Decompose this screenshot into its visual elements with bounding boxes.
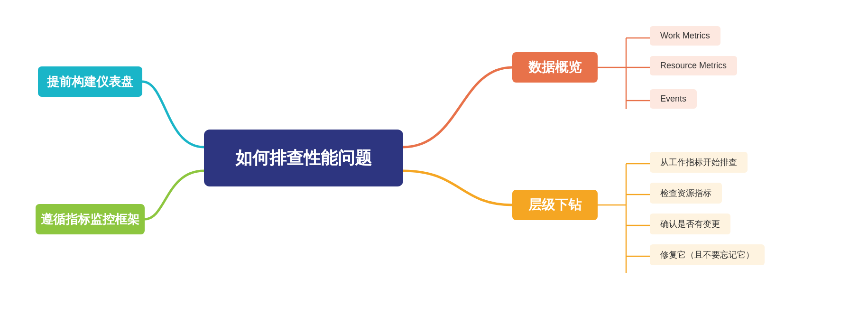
left-top-node: 提前构建仪表盘 — [38, 66, 142, 97]
leaf-check-resource: 检查资源指标 — [650, 183, 722, 204]
right-top-node: 数据概览 — [512, 52, 598, 83]
left-bottom-node: 遵循指标监控框架 — [36, 204, 145, 234]
leaf-confirm-change: 确认是否有变更 — [650, 214, 730, 234]
center-node: 如何排查性能问题 — [204, 130, 403, 186]
leaf-fix-it: 修复它（且不要忘记它） — [650, 244, 765, 265]
leaf-work-metrics: Work Metrics — [650, 26, 720, 46]
leaf-resource-metrics: Resource Metrics — [650, 56, 737, 75]
right-bottom-node: 层级下钻 — [512, 190, 598, 220]
leaf-start-work: 从工作指标开始排查 — [650, 152, 748, 173]
leaf-events: Events — [650, 89, 697, 109]
